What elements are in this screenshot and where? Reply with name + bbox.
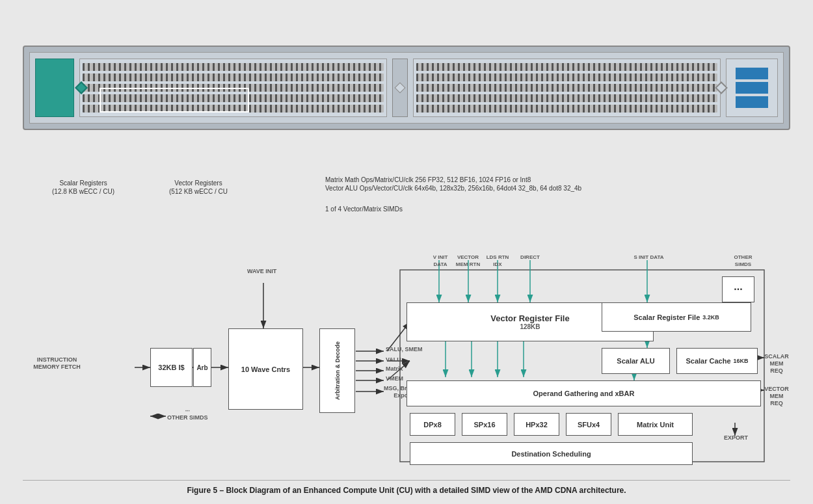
salu-smem-label: SALU, SMEM	[386, 346, 423, 353]
matrix-label: Matrix	[386, 365, 403, 373]
arb-block: Arb	[193, 348, 211, 387]
chip-middle-section	[79, 59, 387, 117]
valu-label: VALU	[386, 356, 401, 364]
scheduler-block	[35, 59, 74, 117]
sp-block: SPx16	[462, 413, 507, 436]
direct-label: DIRECT	[517, 254, 543, 261]
vector-registers-label: Vector Registers(512 KB wECC / CU	[169, 179, 228, 196]
wave-cntrs-block: 10 Wave Cntrs	[228, 328, 303, 410]
dest-scheduling-block: Destination Scheduling	[410, 442, 693, 465]
hp-block: HPx32	[514, 413, 559, 436]
vmem-label: VMEM	[386, 375, 403, 382]
v-init-data-label: V INIT DATA	[427, 254, 453, 267]
top-section: Scheduler Branch &Message Unit Scalar Un…	[7, 46, 806, 247]
page-container: Scheduler Branch &Message Unit Scalar Un…	[0, 0, 813, 504]
vector-simd-label: 1 of 4 Vector/Matrix SIMDs	[325, 205, 403, 213]
icache-block: 32KB I$	[150, 348, 193, 387]
chip-right-section	[413, 59, 721, 117]
wave-init-label: WAVE INIT	[247, 268, 276, 275]
other-simds-top-label: OTHER SIMDS	[725, 254, 761, 267]
chip-diagram	[23, 46, 790, 130]
bottom-section: INSTRUCTION MEMORY FETCH 32KB I$ Arb 10 …	[23, 254, 790, 494]
chip-far-right	[726, 59, 778, 117]
other-simds-left-label: ···OTHER SIMDS	[167, 408, 208, 421]
export-label: EXPORT	[724, 434, 748, 442]
block-diagram: INSTRUCTION MEMORY FETCH 32KB I$ Arb 10 …	[23, 254, 790, 475]
dp-block: DPx8	[410, 413, 455, 436]
vector-mem-req-label: VECTOR MEM REQ	[763, 386, 790, 406]
scalar-registers-label: Scalar Registers(12.8 KB wECC / CU)	[52, 179, 114, 196]
scalar-alu-block: Scalar ALU	[602, 348, 670, 374]
arb-decode-block: Arbitration & Decode	[319, 328, 355, 413]
figure-caption: Figure 5 – Block Diagram of an Enhanced …	[23, 480, 790, 495]
scalar-mem-req-label: SCALAR MEM REQ	[763, 353, 790, 374]
vrf-title: Vector Register File	[490, 313, 569, 323]
vrf-size: 128KB	[490, 323, 569, 330]
instruction-memory-fetch-label: INSTRUCTION MEMORY FETCH	[23, 356, 91, 371]
vector-mem-rtn-label: VECTOR MEM RTN	[453, 254, 483, 267]
scalar-cache-block: Scalar Cache 16KB	[676, 348, 758, 374]
matrix-math-label: Matrix Math Ops/Matrix/CU/clk 256 FP32, …	[325, 176, 715, 192]
chip-inner	[29, 52, 784, 124]
srf-block: Scalar Register File 3.2KB	[602, 302, 751, 332]
matrix-unit-block: Matrix Unit	[618, 413, 693, 436]
other-simds-dots: ···	[722, 276, 754, 302]
operand-gathering-block: Operand Gathering and xBAR	[406, 380, 761, 406]
s-init-data-label: S INIT DATA	[631, 254, 667, 261]
lds-rtn-label: LDS RTN IDX	[485, 254, 511, 267]
sfu-block: SFUx4	[566, 413, 611, 436]
